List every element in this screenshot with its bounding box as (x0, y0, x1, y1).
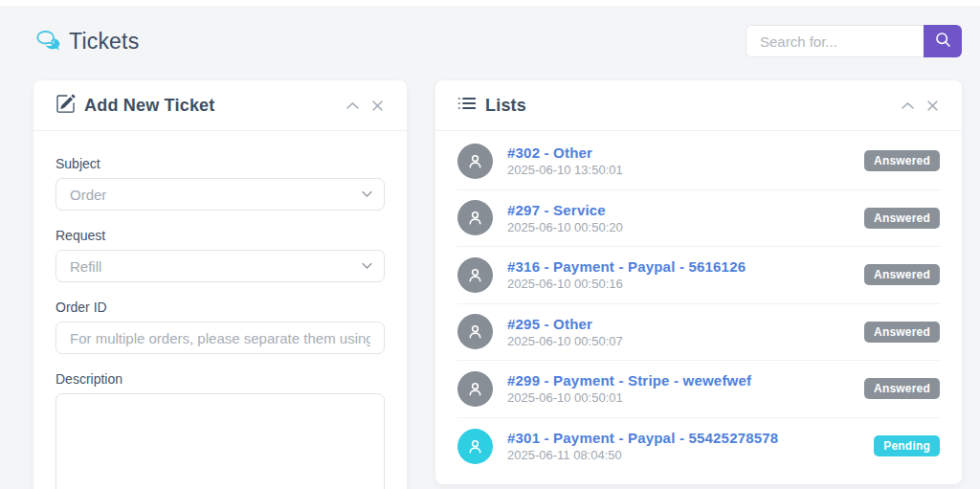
ticket-text: #301 - Payment - Paypal - 55425278578 20… (507, 430, 778, 462)
ticket-timestamp: 2025-06-10 00:50:01 (507, 390, 751, 405)
page-title: Tickets (69, 29, 139, 55)
order-id-group: Order ID (56, 300, 385, 354)
ticket-text: #316 - Payment - Paypal - 5616126 2025-0… (507, 258, 746, 291)
request-select[interactable]: Refill (56, 250, 385, 282)
subject-select[interactable]: Order (56, 178, 385, 211)
search-group (746, 25, 962, 57)
cards-row: Add New Ticket Subject Order (0, 80, 980, 489)
search-input[interactable] (746, 25, 924, 57)
ticket-text: #295 - Other 2025-06-10 00:50:07 (507, 316, 623, 348)
add-ticket-card-controls (345, 99, 385, 113)
ticket-timestamp: 2025-06-11 08:04:50 (507, 448, 778, 462)
ticket-title-link[interactable]: #297 - Service (507, 202, 623, 218)
ticket-timestamp: 2025-06-10 00:50:07 (507, 334, 623, 348)
status-badge: Answered (864, 264, 940, 285)
avatar (457, 200, 493, 235)
ticket-timestamp: 2025-06-10 13:50:01 (507, 163, 623, 177)
request-group: Request Refill (56, 228, 385, 282)
status-badge: Answered (864, 150, 940, 171)
page-header: Tickets (0, 6, 980, 80)
chat-bubbles-icon (35, 30, 61, 53)
add-ticket-card: Add New Ticket Subject Order (33, 80, 407, 489)
lists-card-title: Lists (485, 96, 526, 116)
list-icon (457, 94, 477, 117)
search-icon (935, 32, 951, 51)
ticket-title-link[interactable]: #301 - Payment - Paypal - 55425278578 (507, 430, 778, 446)
ticket-row: #299 - Payment - Stripe - wewefwef 2025-… (457, 361, 940, 418)
chevron-down-icon (362, 191, 372, 198)
ticket-row: #302 - Other 2025-06-10 13:50:01 Answere… (457, 133, 940, 190)
ticket-timestamp: 2025-06-10 00:50:20 (507, 220, 623, 234)
ticket-row: #297 - Service 2025-06-10 00:50:20 Answe… (457, 190, 940, 248)
chevron-down-icon (362, 263, 372, 270)
ticket-row: #316 - Payment - Paypal - 5616126 2025-0… (457, 247, 940, 304)
subject-label: Subject (56, 156, 385, 171)
request-label: Request (56, 228, 385, 243)
ticket-text: #302 - Other 2025-06-10 13:50:01 (507, 144, 623, 177)
status-badge: Answered (864, 378, 940, 399)
request-select-value: Refill (70, 258, 101, 275)
close-icon[interactable] (370, 99, 385, 113)
avatar (457, 144, 493, 179)
ticket-timestamp: 2025-06-10 00:50:16 (507, 277, 746, 291)
ticket-text: #299 - Payment - Stripe - wewefwef 2025-… (507, 372, 751, 405)
subject-select-value: Order (70, 187, 106, 203)
page-title-wrap: Tickets (35, 29, 139, 55)
status-badge: Answered (864, 322, 940, 343)
subject-group: Subject Order (56, 156, 385, 211)
ticket-title-link[interactable]: #302 - Other (507, 144, 623, 161)
add-ticket-card-header: Add New Ticket (33, 80, 407, 131)
ticket-title-link[interactable]: #295 - Other (507, 316, 623, 332)
ticket-title-link[interactable]: #316 - Payment - Paypal - 5616126 (507, 258, 746, 275)
lists-card: Lists #302 - Other 2025-06-10 13:50:01 A… (435, 80, 962, 484)
add-ticket-form: Subject Order Request Refill (33, 131, 407, 489)
lists-card-header: Lists (435, 80, 962, 131)
lists-card-controls (900, 99, 940, 113)
ticket-row: #301 - Payment - Paypal - 55425278578 20… (457, 418, 940, 476)
avatar (457, 429, 493, 464)
add-ticket-card-title: Add New Ticket (84, 96, 215, 116)
status-badge: Answered (864, 208, 940, 229)
ticket-title-link[interactable]: #299 - Payment - Stripe - wewefwef (507, 372, 751, 389)
ticket-text: #297 - Service 2025-06-10 00:50:20 (507, 202, 623, 234)
description-label: Description (56, 371, 385, 387)
avatar (457, 314, 493, 349)
ticket-list: #302 - Other 2025-06-10 13:50:01 Answere… (435, 131, 962, 484)
collapse-icon[interactable] (345, 100, 361, 112)
order-id-label: Order ID (56, 300, 385, 315)
pencil-square-icon (56, 94, 76, 118)
avatar (457, 257, 493, 293)
close-icon[interactable] (925, 99, 940, 113)
status-badge: Pending (874, 435, 940, 456)
collapse-icon[interactable] (900, 100, 916, 112)
description-textarea[interactable] (56, 393, 385, 489)
ticket-row: #295 - Other 2025-06-10 00:50:07 Answere… (457, 304, 940, 362)
order-id-input[interactable] (56, 322, 385, 354)
description-group: Description (56, 371, 385, 489)
search-button[interactable] (924, 25, 962, 57)
avatar (457, 371, 493, 407)
